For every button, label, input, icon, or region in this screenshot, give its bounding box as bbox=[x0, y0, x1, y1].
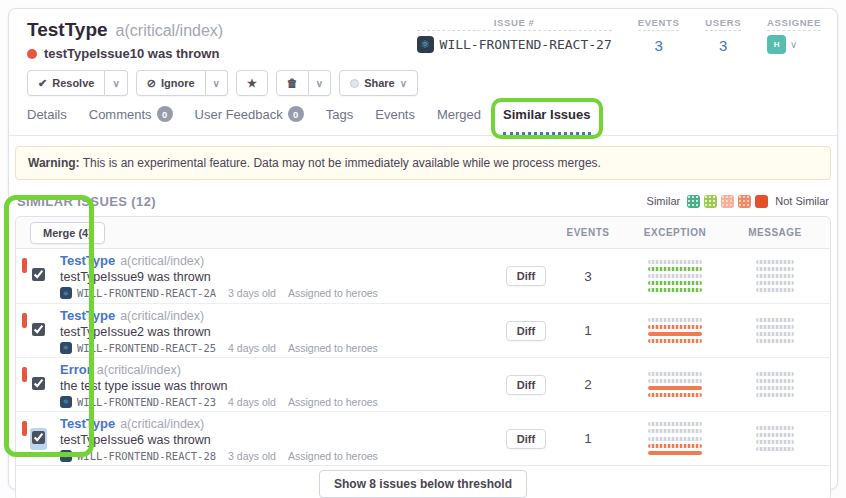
similarity-bar bbox=[756, 440, 794, 444]
diff-button[interactable]: Diff bbox=[506, 429, 546, 449]
ignore-button[interactable]: ⊘ Ignore bbox=[136, 70, 206, 96]
similarity-bar bbox=[756, 325, 794, 329]
chevron-down-icon: ∨ bbox=[790, 39, 797, 50]
row-short-id: ⚛WILL-FRONTEND-REACT-25 bbox=[60, 342, 216, 354]
similarity-legend: Similar Not Similar bbox=[647, 195, 829, 208]
legend-swatch-teal-dot bbox=[687, 195, 700, 208]
row-checkbox-wrap bbox=[30, 428, 47, 450]
row-events-count: 3 bbox=[556, 269, 620, 284]
row-issue-link[interactable]: Error bbox=[60, 362, 92, 377]
react-platform-icon: ⚛ bbox=[60, 287, 72, 299]
legend-swatches bbox=[687, 195, 768, 208]
table-row: Errora(critical/index) the test type iss… bbox=[16, 357, 830, 411]
row-age: 4 days old bbox=[228, 396, 276, 408]
diff-button[interactable]: Diff bbox=[506, 375, 546, 395]
react-platform-icon: ⚛ bbox=[417, 36, 434, 53]
row-checkbox[interactable] bbox=[32, 323, 45, 336]
tab-user-feedback[interactable]: User Feedback 0 bbox=[195, 106, 304, 135]
similarity-bar bbox=[756, 260, 794, 264]
share-status-icon bbox=[350, 79, 359, 88]
similarity-bar bbox=[648, 325, 702, 329]
issue-detail-card: TestType a(critical/index) testTypeIssue… bbox=[8, 8, 838, 490]
users-label: USERS bbox=[705, 17, 741, 31]
row-checkbox[interactable] bbox=[32, 377, 45, 390]
row-events-count: 1 bbox=[556, 323, 620, 338]
table-row: TestTypea(critical/index) testTypeIssue6… bbox=[16, 411, 830, 465]
users-count[interactable]: 3 bbox=[705, 37, 741, 54]
similarity-bar bbox=[756, 332, 794, 336]
row-culprit: a(critical/index) bbox=[120, 417, 204, 431]
exception-column-header: EXCEPTION bbox=[620, 227, 730, 238]
assignee-avatar: H bbox=[767, 35, 786, 54]
share-button[interactable]: Share ∨ bbox=[339, 70, 418, 96]
similarity-bar bbox=[756, 447, 794, 451]
bookmark-button[interactable]: ★ bbox=[236, 70, 268, 96]
tab-details[interactable]: Details bbox=[27, 107, 67, 135]
trash-icon: 🗑 bbox=[287, 77, 298, 89]
row-checkbox[interactable] bbox=[32, 431, 45, 444]
similarity-bar bbox=[756, 339, 794, 343]
similar-issues-tab-highlight: Similar Issues bbox=[491, 98, 602, 139]
stat-events: EVENTS 3 bbox=[638, 17, 680, 54]
similar-issues-header: SIMILAR ISSUES (12) Similar Not Similar bbox=[17, 192, 829, 210]
diff-button[interactable]: Diff bbox=[506, 321, 546, 341]
chevron-down-icon: ∨ bbox=[400, 78, 407, 89]
row-issue-link[interactable]: TestType bbox=[60, 253, 115, 268]
similarity-bar bbox=[648, 451, 702, 455]
tab-bar: Details Comments 0 User Feedback 0 Tags … bbox=[9, 96, 837, 136]
similar-issues-table: Merge (4) EVENTS EXCEPTION MESSAGE TestT… bbox=[15, 216, 831, 498]
similarity-bar bbox=[756, 433, 794, 437]
message-similarity-bars bbox=[730, 258, 820, 294]
similarity-bar bbox=[648, 444, 702, 448]
similarity-bar bbox=[648, 332, 702, 336]
row-checkbox[interactable] bbox=[32, 268, 45, 281]
chevron-down-icon: ∨ bbox=[112, 78, 119, 89]
legend-swatch-salmon bbox=[721, 195, 734, 208]
similar-issues-title: SIMILAR ISSUES (12) bbox=[17, 194, 156, 209]
resolve-dropdown-button[interactable]: ∨ bbox=[105, 70, 127, 96]
row-events-count: 1 bbox=[556, 431, 620, 446]
resolve-button[interactable]: ✔ Resolve bbox=[27, 70, 105, 96]
similarity-bar bbox=[648, 393, 702, 397]
action-toolbar: ✔ Resolve ∨ ⊘ Ignore ∨ ★ bbox=[27, 70, 819, 96]
tab-tags[interactable]: Tags bbox=[326, 107, 353, 135]
chevron-down-icon: ∨ bbox=[213, 78, 220, 89]
merge-button[interactable]: Merge (4) bbox=[30, 222, 105, 244]
tab-events[interactable]: Events bbox=[375, 107, 415, 135]
tab-similar-issues[interactable]: Similar Issues bbox=[503, 107, 590, 135]
stat-issue-number: ISSUE # ⚛ WILL-FRONTEND-REACT-27 bbox=[417, 17, 612, 53]
diff-button[interactable]: Diff bbox=[506, 266, 546, 286]
message-column-header: MESSAGE bbox=[730, 227, 820, 238]
similarity-bar bbox=[648, 386, 702, 390]
events-label: EVENTS bbox=[638, 17, 680, 31]
exception-similarity-bars bbox=[620, 421, 730, 457]
row-assignment: Assigned to heroes bbox=[288, 450, 378, 462]
react-platform-icon: ⚛ bbox=[60, 342, 72, 354]
assignee-dropdown[interactable]: H ∨ bbox=[767, 35, 821, 54]
legend-swatch-green-dot bbox=[704, 195, 717, 208]
react-platform-icon: ⚛ bbox=[60, 450, 72, 462]
ignore-dropdown-button[interactable]: ∨ bbox=[206, 70, 228, 96]
row-short-id: ⚛WILL-FRONTEND-REACT-23 bbox=[60, 396, 216, 408]
tab-comments[interactable]: Comments 0 bbox=[89, 106, 173, 135]
row-culprit: a(critical/index) bbox=[120, 254, 204, 268]
row-issue-link[interactable]: TestType bbox=[60, 416, 115, 431]
events-count[interactable]: 3 bbox=[638, 37, 680, 54]
delete-button[interactable]: 🗑 bbox=[276, 70, 309, 96]
similarity-bar bbox=[756, 426, 794, 430]
similarity-bar bbox=[756, 318, 794, 322]
message-similarity-bars bbox=[730, 370, 820, 399]
similarity-bar bbox=[648, 260, 702, 264]
exception-similarity-bars bbox=[620, 370, 730, 399]
star-icon: ★ bbox=[247, 77, 257, 90]
delete-dropdown-button[interactable]: ∨ bbox=[309, 70, 331, 96]
issue-short-id[interactable]: WILL-FRONTEND-REACT-27 bbox=[440, 37, 612, 52]
row-issue-link[interactable]: TestType bbox=[60, 308, 115, 323]
similarity-bar bbox=[648, 437, 702, 441]
show-below-threshold-button[interactable]: Show 8 issues below threshold bbox=[319, 470, 527, 498]
row-message: testTypeIssue9 was thrown bbox=[60, 270, 496, 284]
similarity-bar bbox=[648, 288, 702, 292]
table-footer: Show 8 issues below threshold bbox=[16, 465, 830, 498]
tab-merged[interactable]: Merged bbox=[437, 107, 481, 135]
similarity-bar bbox=[648, 372, 702, 376]
